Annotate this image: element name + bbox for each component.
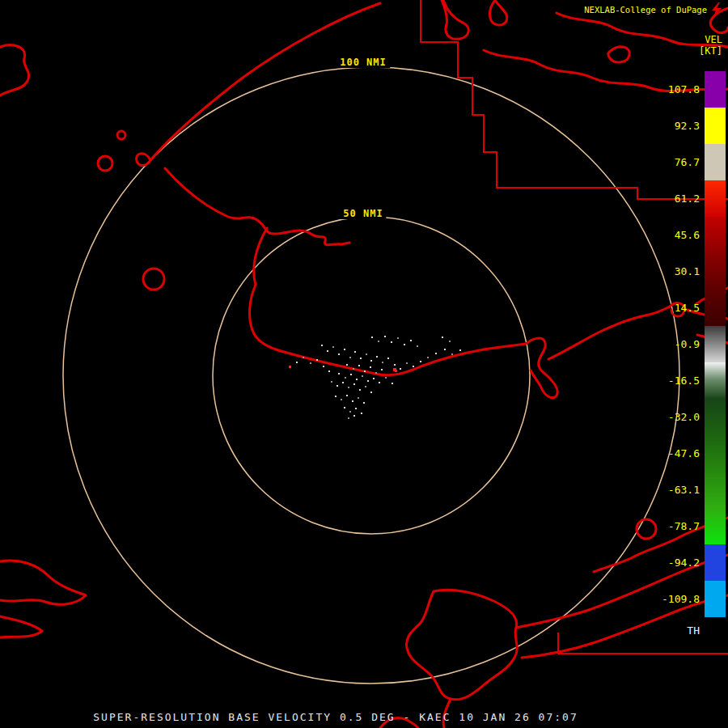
colorbar-row: 45.6 [651,217,726,253]
radar-echo [420,361,421,362]
radar-echo [355,408,357,409]
colorbar-swatch [705,399,726,435]
colorbar-units: [KT] [651,45,726,57]
colorbar-tick-label: -63.1 [651,484,705,496]
radar-echo [459,349,461,351]
colorbar-row: 61.2 [651,180,726,217]
radar-echo [363,402,365,404]
radar-echo [360,358,362,359]
product-caption: SUPER-RESOLUTION BASE VELOCITY 0.5 DEG -… [0,711,671,723]
radar-echo [341,399,342,400]
colorbar-swatch [705,253,726,290]
radar-echo [358,397,359,399]
radar-echo [323,366,324,367]
range-ring-label-100nmi: 100 NMI [336,57,390,68]
colorbar-swatch [705,326,726,362]
radar-echo [350,374,352,375]
radar-echo [371,336,373,338]
colorbar-row: -0.9 [651,326,726,362]
colorbar-row: 76.7 [651,144,726,180]
radar-echo [358,365,360,366]
radar-echo [353,415,355,417]
range-ring-label-50nmi: 50 NMI [340,208,386,219]
colorbar-tick-label: 45.6 [651,229,705,241]
colorbar: VEL [KT] 107.892.376.761.245.630.114.5-0… [651,34,726,640]
radar-display: { "header": { "brand": "NEXLAB-College o… [0,0,728,728]
radar-echo [338,373,340,375]
radar-echo [384,336,386,337]
radar-echo [427,357,429,358]
radar-echo [366,353,367,355]
colorbar-title: VEL [651,34,726,45]
radar-echo [392,383,393,384]
colorbar-row: -94.2 [651,544,726,581]
colorbar-tick-label: -94.2 [651,557,705,569]
colorbar-row: -47.6 [651,435,726,472]
radar-echo [354,351,356,353]
radar-site-marker [393,368,396,371]
colorbar-tick-label: -78.7 [651,520,705,532]
radar-echo [376,356,378,358]
radar-echo [382,362,383,363]
radar-echo [391,341,392,343]
colorbar-swatch [705,362,726,399]
colorbar-tick-label: -16.5 [651,375,705,387]
radar-echo [364,370,366,372]
colorbar-swatch [705,581,726,617]
radar-echo [289,366,291,368]
colorbar-swatch [705,108,726,144]
radar-echo [344,407,345,408]
radar-echo [410,340,412,341]
radar-echo [375,372,377,374]
radar-echo [348,417,349,419]
radar-echo [370,360,372,362]
radar-echo [373,378,375,379]
brand-text: NEXLAB-College of DuPage [584,5,707,15]
radar-echo [370,392,372,393]
radar-echo [381,369,383,370]
radar-echo [356,379,358,380]
radar-echo [296,362,298,363]
echo-layer [0,0,728,728]
radar-echo [353,383,355,385]
colorbar-bottom-label: TH [651,624,705,637]
radar-echo [449,341,451,342]
radar-echo [321,345,323,346]
radar-echo [331,381,332,383]
colorbar-swatch [705,508,726,544]
radar-echo [336,385,338,387]
radar-echo [348,387,349,388]
radar-echo [303,357,304,358]
radar-echo [345,377,346,379]
radar-echo [359,389,361,391]
radar-echo [394,364,396,366]
radar-echo [404,344,405,345]
radar-echo [378,341,379,342]
colorbar-tick-label: 14.5 [651,302,705,314]
radar-echo [338,353,340,355]
radar-echo [310,362,311,364]
radar-echo [327,350,328,352]
colorbar-row: -78.7 [651,508,726,544]
radar-echo [346,364,348,366]
radar-echo [332,346,334,348]
colorbar-swatch [705,144,726,180]
colorbar-row: -109.8 [651,581,726,617]
colorbar-swatch [705,472,726,508]
radar-echo [353,368,354,370]
colorbar-row: -32.0 [651,399,726,435]
colorbar-row: 92.3 [651,108,726,144]
radar-echo [370,366,371,368]
colorbar-swatch [705,290,726,326]
colorbar-swatch [705,435,726,472]
radar-echo [400,368,401,370]
radar-echo [442,336,443,338]
radar-echo [362,375,363,377]
colorbar-tick-label: -32.0 [651,411,705,423]
colorbar-row: 30.1 [651,253,726,290]
radar-echo [335,396,336,397]
colorbar-tick-label: 30.1 [651,265,705,277]
radar-echo [361,413,362,414]
colorbar-tick-label: 76.7 [651,156,705,168]
radar-echo [451,353,453,355]
